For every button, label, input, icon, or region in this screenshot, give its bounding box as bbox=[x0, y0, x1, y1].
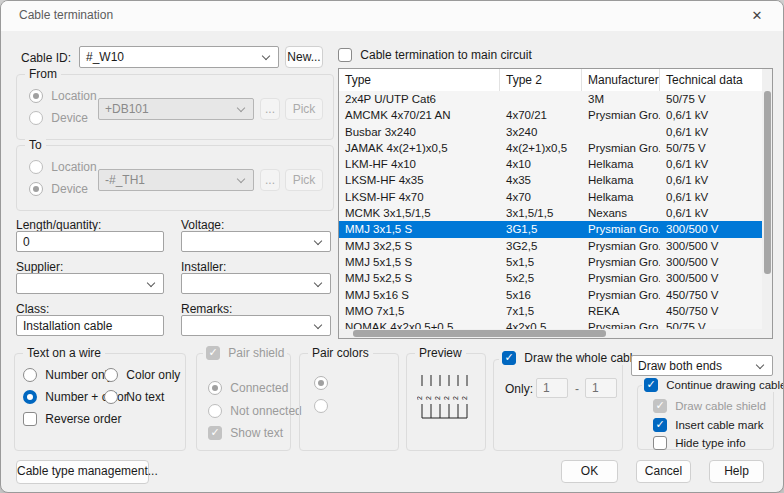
table-row[interactable]: MMJ 5x16 S5x16Prysmian Gro...450/750 V bbox=[339, 287, 772, 303]
table-row[interactable]: LKM-HF 4x104x10Helkama0,6/1 kV bbox=[339, 156, 772, 172]
scrollbar-thumb[interactable] bbox=[764, 91, 771, 274]
radio-icon bbox=[29, 111, 43, 125]
checkbox-icon bbox=[206, 346, 220, 360]
table-cell: 2x4P U/UTP Cat6 bbox=[339, 91, 500, 107]
table-cell: 3G1,5 bbox=[500, 221, 582, 237]
radio-icon bbox=[23, 390, 37, 404]
chevron-down-icon bbox=[314, 321, 322, 329]
table-cell: MMJ 3x2,5 S bbox=[339, 238, 500, 254]
radio-icon bbox=[104, 390, 118, 404]
no-text-radio[interactable]: No text bbox=[104, 390, 164, 404]
table-cell: Busbar 3x240 bbox=[339, 124, 500, 140]
table-cell: Nexans bbox=[582, 205, 660, 221]
table-row[interactable]: MMJ 3x2,5 S3G2,5Prysmian Gro...300/500 V bbox=[339, 238, 772, 254]
table-cell: 4x10 bbox=[500, 156, 582, 172]
table-cell: 5x16 bbox=[500, 287, 582, 303]
installer-combobox[interactable] bbox=[181, 273, 331, 294]
table-row[interactable]: 2x4P U/UTP Cat63M50/75 V bbox=[339, 91, 772, 107]
column-header-type2[interactable]: Type 2 bbox=[500, 69, 582, 91]
table-row[interactable]: LKSM-HF 4x704x70Helkama0,6/1 kV bbox=[339, 189, 772, 205]
svg-text:2: 2 bbox=[425, 396, 432, 400]
cable-id-combobox[interactable]: #_W10 bbox=[79, 46, 279, 68]
table-cell: LKSM-HF 4x70 bbox=[339, 189, 500, 205]
table-cell: Prysmian Gro... bbox=[582, 140, 660, 156]
not-connected-label: Not onnected bbox=[230, 404, 301, 418]
chevron-down-icon bbox=[147, 279, 155, 287]
column-header-technical-data[interactable]: Technical data bbox=[660, 69, 772, 91]
to-group-title: To bbox=[25, 138, 46, 152]
new-button[interactable]: New... bbox=[285, 46, 323, 68]
installer-label: Installer: bbox=[181, 260, 226, 274]
checkbox-icon bbox=[653, 436, 667, 450]
svg-text:2: 2 bbox=[452, 396, 459, 400]
horizontal-scrollbar[interactable] bbox=[339, 329, 762, 338]
table-cell: 300/500 V bbox=[660, 221, 772, 237]
table-row[interactable]: JAMAK 4x(2+1)x0,54x(2+1)x0,5Prysmian Gro… bbox=[339, 140, 772, 156]
pair-colors-radio-1 bbox=[314, 376, 328, 390]
pair-colors-radio-2 bbox=[314, 399, 328, 413]
reverse-order-checkbox[interactable]: Reverse order bbox=[23, 412, 121, 426]
scrollbar-thumb[interactable] bbox=[353, 330, 606, 337]
ok-button[interactable]: OK bbox=[561, 460, 618, 483]
table-cell: 0,6/1 kV bbox=[660, 124, 772, 140]
table-cell: REKA bbox=[582, 303, 660, 319]
table-cell: 4x70/21 bbox=[500, 107, 582, 123]
main-circuit-checkbox[interactable]: Cable termination to main circuit bbox=[338, 48, 532, 62]
remarks-combobox[interactable] bbox=[181, 315, 331, 336]
number-only-radio[interactable]: Number only bbox=[23, 368, 113, 382]
to-device-label: Device bbox=[51, 182, 88, 196]
table-row[interactable]: AMCMK 4x70/21 AN4x70/21Prysmian Gro...0,… bbox=[339, 107, 772, 123]
column-header-type[interactable]: Type bbox=[339, 69, 500, 91]
vertical-scrollbar[interactable] bbox=[762, 69, 772, 338]
column-header-manufacturer[interactable]: Manufacturer bbox=[582, 69, 660, 91]
table-cell: 7x1,5 bbox=[500, 303, 582, 319]
to-pick-button: Pick bbox=[285, 169, 323, 191]
voltage-combobox[interactable] bbox=[181, 231, 331, 252]
class-input[interactable] bbox=[16, 315, 164, 336]
draw-ends-combobox[interactable]: Draw both ends bbox=[631, 355, 773, 376]
draw-whole-cable-checkbox[interactable]: Draw the whole cable bbox=[499, 351, 642, 365]
checkbox-icon bbox=[644, 378, 658, 392]
table-cell: 5x2,5 bbox=[500, 270, 582, 286]
checkbox-icon bbox=[338, 48, 352, 62]
table-row[interactable]: MCMK 3x1,5/1,53x1,5/1,5Nexans0,6/1 kV bbox=[339, 205, 772, 221]
insert-cable-mark-label: Insert cable mark bbox=[675, 419, 763, 431]
cancel-button[interactable]: Cancel bbox=[636, 460, 691, 483]
cable-type-management-button[interactable]: Cable type management... bbox=[16, 460, 149, 484]
table-cell: MMJ 3x1,5 S bbox=[339, 221, 500, 237]
radio-icon bbox=[29, 182, 43, 196]
table-row[interactable]: Busbar 3x2403x2400,6/1 kV bbox=[339, 124, 772, 140]
help-button[interactable]: Help bbox=[709, 460, 764, 483]
table-cell: MMJ 5x1,5 S bbox=[339, 254, 500, 270]
chevron-down-icon bbox=[237, 175, 245, 183]
hide-type-info-checkbox[interactable]: Hide type info bbox=[653, 436, 746, 450]
table-row[interactable]: MMJ 3x1,5 S3G1,5Prysmian Gro...300/500 V bbox=[339, 221, 772, 237]
radio-icon bbox=[314, 399, 328, 413]
draw-whole-cable-label: Draw the whole cable bbox=[524, 351, 639, 365]
radio-icon bbox=[314, 376, 328, 390]
supplier-label: Supplier: bbox=[16, 260, 63, 274]
table-row[interactable]: MMO 7x1,57x1,5REKA450/750 V bbox=[339, 303, 772, 319]
cable-id-label: Cable ID: bbox=[21, 51, 71, 65]
color-only-radio[interactable]: Color only bbox=[104, 368, 180, 382]
svg-text:2: 2 bbox=[461, 396, 468, 400]
table-row[interactable]: MMJ 5x2,5 S5x2,5Prysmian Gro...300/500 V bbox=[339, 270, 772, 286]
insert-cable-mark-checkbox[interactable]: Insert cable mark bbox=[653, 418, 763, 432]
close-icon[interactable]: ✕ bbox=[743, 5, 771, 27]
table-row[interactable]: MMJ 5x1,5 S5x1,5Prysmian Gro...300/500 V bbox=[339, 254, 772, 270]
table-cell: 3x240 bbox=[500, 124, 582, 140]
table-row[interactable]: LKSM-HF 4x354x35Helkama0,6/1 kV bbox=[339, 172, 772, 188]
radio-icon bbox=[29, 160, 43, 174]
table-cell bbox=[500, 91, 582, 107]
main-circuit-label: Cable termination to main circuit bbox=[360, 48, 531, 62]
show-text-label: Show text bbox=[230, 426, 283, 440]
table-cell: Helkama bbox=[582, 189, 660, 205]
table-cell: LKM-HF 4x10 bbox=[339, 156, 500, 172]
continue-drawing-checkbox[interactable]: Continue drawing cable bbox=[642, 378, 784, 392]
from-value: +DB101 bbox=[105, 102, 149, 116]
draw-cable-shield-checkbox: Draw cable shield bbox=[653, 399, 766, 413]
from-location-label: Location bbox=[51, 89, 96, 103]
supplier-combobox[interactable] bbox=[16, 273, 164, 294]
only-to-input bbox=[585, 378, 617, 398]
length-input[interactable] bbox=[16, 231, 164, 252]
